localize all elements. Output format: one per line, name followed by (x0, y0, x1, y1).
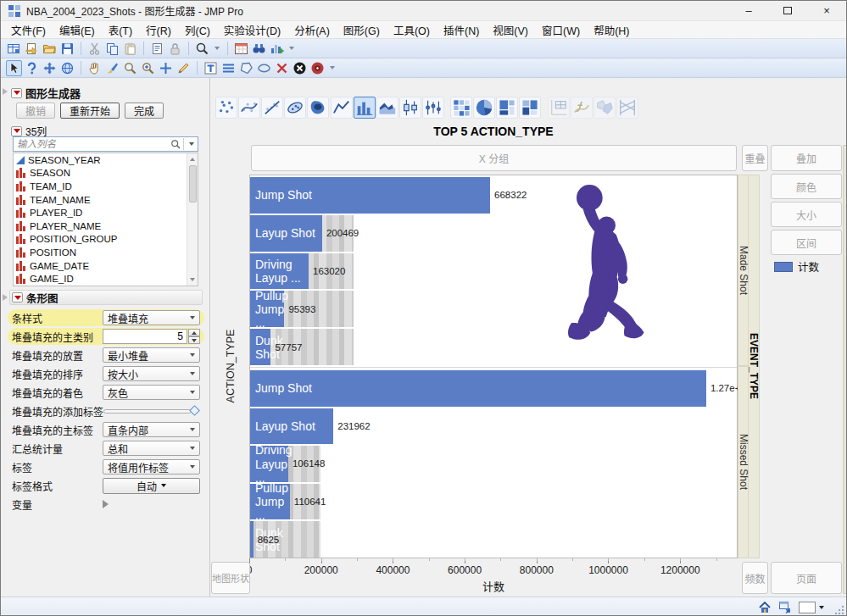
bar-row[interactable]: Driving Layup ...163020 (250, 253, 737, 290)
column-item[interactable]: TEAM_ID (14, 180, 198, 193)
packed-order-select[interactable]: 按大小 (103, 366, 200, 381)
label-format-button[interactable]: 自动 (103, 478, 200, 494)
treemap-chart-type-icon[interactable] (496, 97, 518, 119)
collapse-panel-icon[interactable] (3, 88, 8, 95)
bar-row[interactable]: Layup Shot200469 (250, 215, 737, 252)
export-icon[interactable] (24, 41, 40, 57)
x-axis-title[interactable]: 计数 (249, 578, 738, 594)
scroll-down-icon[interactable] (187, 275, 198, 285)
menu-analyze[interactable]: 分析(A) (287, 20, 337, 40)
menu-tables[interactable]: 表(T) (102, 20, 139, 40)
bar-row[interactable]: Dunk Shot8625 (250, 521, 737, 558)
toolbar-overflow-icon[interactable] (289, 47, 294, 50)
freq-drop-zone[interactable]: 频数 (742, 562, 768, 594)
bar-row[interactable]: Jump Shot668322 (250, 177, 737, 214)
bar-row[interactable]: Pullup Jump ...110641 (250, 484, 737, 520)
contour-chart-type-icon[interactable] (307, 97, 329, 119)
magnifier-tool-icon[interactable] (122, 60, 138, 76)
menu-addins[interactable]: 插件(N) (437, 20, 486, 40)
crosshair-tool-icon[interactable] (158, 60, 174, 76)
column-item[interactable]: GAME_ID (14, 272, 198, 286)
menu-window[interactable]: 窗口(W) (535, 20, 587, 40)
window-manager-icon[interactable] (778, 601, 792, 614)
menu-tools[interactable]: 工具(O) (387, 20, 437, 40)
bar-row[interactable]: Jump Shot1.27e+6 (250, 370, 737, 407)
menu-view[interactable]: 视图(V) (486, 20, 535, 40)
line-annotation-icon[interactable] (220, 60, 237, 76)
column-item[interactable]: POSITION (14, 246, 198, 259)
cut-icon[interactable] (86, 41, 103, 57)
red-triangle-menu-icon[interactable] (11, 88, 22, 98)
new-data-table-icon[interactable] (6, 41, 22, 57)
polygon-annotation-icon[interactable] (238, 60, 254, 76)
overlay-drop-zone[interactable]: 叠加 (771, 145, 842, 171)
collapse-section-icon[interactable] (3, 294, 8, 301)
scroll-up-icon[interactable] (187, 154, 198, 164)
help-tool-icon[interactable] (24, 60, 40, 76)
open-icon[interactable] (42, 41, 58, 57)
interval-drop-zone[interactable]: 区间 (771, 230, 842, 255)
scrollbar-thumb[interactable] (189, 165, 197, 203)
bar-row[interactable]: Layup Shot231962 (250, 408, 737, 445)
save-icon[interactable] (59, 41, 75, 57)
number-stepper[interactable] (188, 329, 200, 344)
summary-statistic-select[interactable]: 总和 (103, 441, 200, 456)
ellipse-chart-type-icon[interactable] (284, 97, 306, 119)
size-drop-zone[interactable]: 大小 (771, 202, 842, 227)
pie-chart-type-icon[interactable] (473, 97, 495, 119)
box-plot-chart-type-icon[interactable] (399, 97, 421, 119)
points-chart-type-icon[interactable] (215, 97, 237, 119)
color-drop-zone[interactable]: 颜色 (771, 174, 842, 199)
packed-main-labels-select[interactable]: 直条内部 (103, 422, 200, 437)
menu-help[interactable]: 帮助(H) (587, 20, 636, 40)
packed-added-labels-slider[interactable] (103, 406, 200, 416)
toolbar-overflow-icon[interactable] (330, 66, 335, 69)
arrow-tool-icon[interactable] (6, 60, 22, 76)
column-item[interactable]: PLAYER_NAME (14, 219, 198, 233)
lock-icon[interactable] (167, 41, 183, 57)
bar-row[interactable]: Driving Layup ...106148 (250, 446, 737, 482)
data-table-icon[interactable] (233, 41, 249, 57)
packed-coloring-select[interactable]: 灰色 (103, 385, 200, 400)
brush-tool-icon[interactable] (104, 60, 120, 76)
hand-tool-icon[interactable] (86, 60, 103, 76)
bar-style-select[interactable]: 堆叠填充 (103, 310, 200, 325)
overlap-drop-zone[interactable]: 重叠 (742, 145, 768, 171)
close-button[interactable]: × (807, 1, 846, 20)
maximize-button[interactable] (768, 1, 807, 20)
bar-chart-type-icon[interactable] (354, 97, 376, 119)
globe-tool-icon[interactable] (59, 60, 75, 76)
menu-cols[interactable]: 列(C) (178, 20, 217, 40)
column-item[interactable]: GAME_DATE (14, 259, 198, 273)
column-item[interactable]: SEASON (14, 167, 198, 180)
plot-area[interactable]: Jump Shot668322 Layup Shot200469 Driving… (249, 175, 738, 558)
slider-thumb[interactable] (189, 405, 200, 416)
move-tool-icon[interactable] (42, 60, 58, 76)
delete-red-x-icon[interactable] (274, 60, 290, 76)
bar-row[interactable]: Pullup Jump ...95393 (250, 291, 737, 327)
parallel-chart-type-icon[interactable] (616, 97, 638, 119)
binoculars-icon[interactable] (251, 41, 267, 57)
variables-disclosure-icon[interactable] (103, 500, 109, 508)
column-search-input[interactable] (14, 139, 170, 149)
home-icon[interactable] (758, 601, 772, 614)
oval-annotation-icon[interactable] (256, 60, 272, 76)
menu-graph[interactable]: 图形(G) (337, 20, 387, 40)
page-drop-zone[interactable]: 页面 (771, 562, 842, 594)
packed-placement-select[interactable]: 最小堆叠 (103, 347, 200, 363)
column-item[interactable]: PLAYER_ID (14, 206, 198, 219)
x-group-drop-zone[interactable]: X 分组 (251, 145, 737, 171)
done-button[interactable]: 完成 (125, 103, 164, 119)
search-icon[interactable] (194, 41, 210, 57)
histogram-chart-type-icon[interactable] (422, 97, 444, 119)
resize-grip[interactable] (834, 605, 844, 615)
menu-file[interactable]: 文件(F) (4, 20, 53, 40)
column-item[interactable]: TEAM_NAME (14, 193, 198, 207)
restart-button[interactable]: 重新开始 (60, 103, 120, 119)
y-axis-title[interactable]: ACTION_TYPE (225, 330, 237, 403)
group-axis-title[interactable]: EVENT_TYPE (749, 175, 760, 558)
area-chart-type-icon[interactable] (376, 97, 398, 119)
label-select[interactable]: 将值用作标签 (103, 459, 200, 474)
x-axis-ticks[interactable] (249, 558, 738, 563)
toolbar-overflow-icon[interactable] (215, 47, 220, 50)
